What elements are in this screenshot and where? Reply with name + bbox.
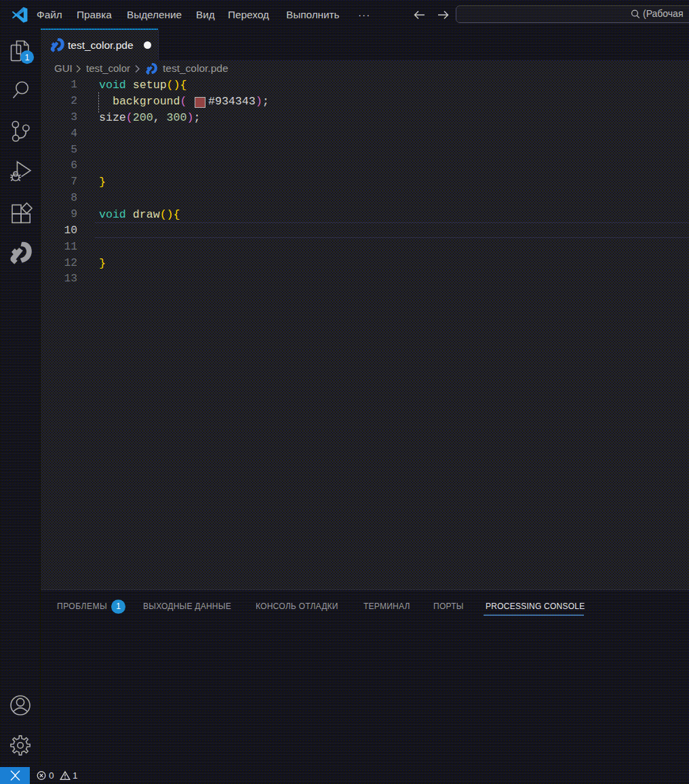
svg-text:1: 1 <box>25 53 30 62</box>
